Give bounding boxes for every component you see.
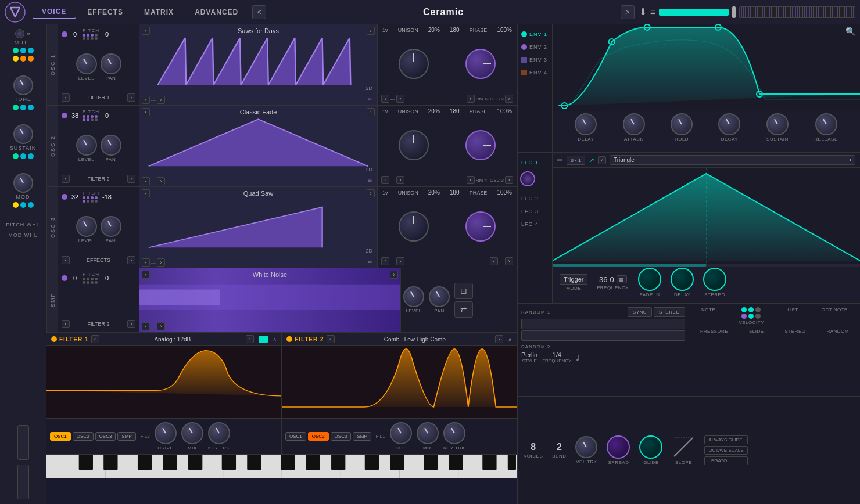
tab-matrix[interactable]: MATRIX — [135, 6, 183, 19]
piano-keys[interactable]: Black key pattern — [46, 455, 517, 478]
osc3-phase-knob[interactable] — [465, 211, 496, 242]
env-attack-knob[interactable] — [623, 113, 645, 135]
env1-item[interactable]: ENV 1 — [520, 29, 550, 39]
filter1-keytrk-knob[interactable] — [208, 422, 230, 444]
osc1-unison-knob[interactable] — [399, 49, 429, 79]
volume-slider[interactable] — [732, 6, 736, 18]
osc1-level-knob[interactable] — [76, 53, 97, 74]
lfo3-item[interactable]: LFO 3 — [520, 206, 550, 217]
osc1-filter-next[interactable]: › — [127, 93, 135, 102]
pitch-slider[interactable] — [17, 425, 29, 460]
osc2-rm2-next[interactable]: › — [505, 176, 513, 184]
smp-filter-prev[interactable]: ‹ — [62, 320, 70, 328]
lfo1-item[interactable]: LFO 1 — [520, 157, 550, 168]
osc3-bot-next[interactable]: › — [157, 258, 165, 267]
osc3-edit-icon[interactable]: ✏ — [368, 259, 372, 265]
glide-knob[interactable] — [639, 435, 662, 459]
osc1-bot-prev[interactable]: ‹ — [142, 96, 150, 104]
filter2-cut-knob[interactable] — [390, 422, 412, 444]
osc3-rm2-prev[interactable]: ‹ — [490, 257, 498, 265]
spread-knob[interactable] — [607, 435, 630, 459]
filter1-osc3-btn[interactable]: OSC3 — [95, 432, 116, 441]
filter1-osc1-btn[interactable]: OSC1 — [50, 432, 71, 441]
osc3-pan-knob[interactable] — [101, 216, 121, 237]
smp-active-dot[interactable] — [62, 275, 67, 281]
lfo-fade-knob[interactable] — [638, 268, 661, 291]
osc3-level-knob[interactable] — [76, 216, 97, 237]
osc2-rm2-prev[interactable]: ‹ — [467, 176, 475, 184]
filter2-mix-knob[interactable] — [417, 422, 439, 444]
edit-icon[interactable]: ✏ — [27, 31, 31, 37]
osc2-phase-knob[interactable] — [465, 130, 496, 160]
osc1-wave-next[interactable]: › — [367, 27, 375, 35]
tab-effects[interactable]: EFFECTS — [78, 6, 132, 19]
sustain-knob[interactable] — [13, 124, 33, 144]
lfo-delay-knob[interactable] — [671, 268, 694, 291]
osc3-unison-knob[interactable] — [399, 211, 429, 242]
filter1-osc2-btn[interactable]: OSC2 — [73, 432, 94, 441]
osc2-unison-knob[interactable] — [399, 130, 429, 160]
osc1-wave-prev[interactable]: ‹ — [142, 27, 150, 35]
osc3-rm2-next[interactable]: › — [505, 257, 513, 265]
menu-icon[interactable]: ≡ — [650, 7, 655, 17]
smp-bot-next[interactable]: › — [157, 322, 165, 330]
osc2-level-knob[interactable] — [76, 135, 97, 156]
osc2-pan-knob[interactable] — [101, 135, 121, 156]
lfo1-knob[interactable] — [520, 171, 535, 186]
lfo-stereo-knob[interactable] — [703, 268, 726, 291]
osc3-active-dot[interactable] — [62, 194, 67, 200]
env-release-knob[interactable] — [815, 113, 837, 135]
filter1-type-prev[interactable]: ‹ — [91, 335, 99, 343]
filter1-drive-knob[interactable] — [155, 422, 177, 444]
smp-pan-knob[interactable] — [429, 286, 450, 307]
random1-stereo-btn[interactable]: STEREO — [654, 307, 685, 317]
osc3-rm-next[interactable]: › — [396, 257, 404, 265]
save-icon[interactable]: ⬇ — [639, 6, 647, 17]
osc3-bot-prev[interactable]: ‹ — [142, 258, 150, 267]
osc2-filter-next[interactable]: › — [127, 175, 135, 183]
lfo4-item[interactable]: LFO 4 — [520, 219, 550, 229]
filter2-keytrk-knob[interactable] — [443, 422, 465, 444]
mod-knob[interactable] — [13, 173, 33, 193]
osc2-bot-prev[interactable]: ‹ — [142, 177, 150, 185]
osc1-pan-knob[interactable] — [101, 53, 121, 74]
osc1-bot-next[interactable]: › — [157, 96, 165, 104]
filter2-smp-btn[interactable]: SMP — [353, 432, 371, 441]
tone-knob[interactable] — [13, 75, 33, 95]
lfo-wave-prev[interactable]: ‹ — [598, 156, 606, 164]
always-glide-btn[interactable]: ALWAYS GLIDE — [704, 435, 747, 444]
lfo-freq-icon[interactable]: ▦ — [617, 275, 627, 283]
mod-slider[interactable] — [17, 465, 29, 499]
smp-wave-prev[interactable]: ‹ — [142, 271, 150, 279]
osc2-active-dot[interactable] — [62, 113, 67, 118]
smp-shuffle-icon[interactable]: ⇄ — [454, 301, 473, 318]
smp-level-knob[interactable] — [403, 286, 424, 307]
smp-wave-next[interactable]: › — [390, 271, 398, 279]
osc1-phase-knob[interactable] — [465, 49, 496, 79]
smp-filter-next[interactable]: › — [127, 320, 135, 328]
lfo-mode-val[interactable]: Trigger — [560, 274, 587, 285]
vel-trk-knob[interactable] — [575, 436, 597, 458]
osc1-rm2-prev[interactable]: ‹ — [467, 95, 475, 103]
osc2-edit-icon[interactable]: ✏ — [368, 178, 372, 184]
octave-scale-btn[interactable]: OCTAVE SCALE — [704, 446, 747, 455]
osc3-wave-prev[interactable]: ‹ — [142, 189, 150, 197]
env3-item[interactable]: ENV 3 — [520, 55, 550, 65]
env2-item[interactable]: ENV 2 — [520, 42, 550, 52]
random2-note-icon[interactable]: ♩ — [576, 353, 580, 362]
filter2-osc2-btn[interactable]: OSC2 — [308, 432, 329, 441]
legato-btn[interactable]: LEGATO — [704, 456, 747, 465]
osc3-filter-prev[interactable]: ‹ — [62, 256, 70, 264]
osc1-active-dot[interactable] — [62, 31, 67, 37]
osc1-filter-prev[interactable]: ‹ — [62, 93, 70, 102]
osc2-bot-next[interactable]: › — [157, 177, 165, 185]
piano[interactable]: Black key pattern — [46, 454, 517, 478]
osc3-rm-prev[interactable]: ‹ — [381, 257, 389, 265]
osc2-wave-prev[interactable]: ‹ — [142, 108, 150, 116]
filter2-osc3-btn[interactable]: OSC3 — [331, 432, 352, 441]
osc1-rm2-next[interactable]: › — [505, 95, 513, 103]
osc1-edit-icon[interactable]: ✏ — [368, 96, 372, 103]
tab-advanced[interactable]: ADVANCED — [185, 6, 248, 19]
env-sustain-knob[interactable] — [766, 113, 789, 135]
osc1-rm-next[interactable]: › — [396, 95, 404, 103]
